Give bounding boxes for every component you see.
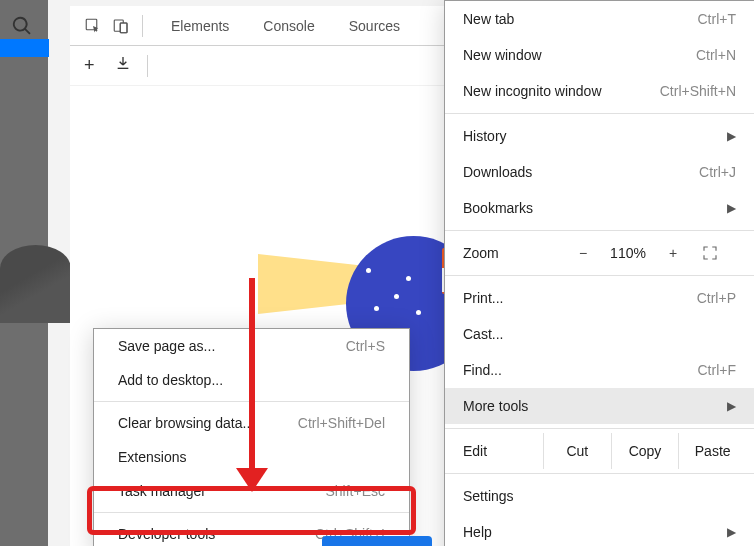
menu-shortcut: Ctrl+S bbox=[346, 338, 385, 354]
chevron-right-icon: ▶ bbox=[727, 399, 736, 413]
divider bbox=[142, 15, 143, 37]
fullscreen-icon[interactable] bbox=[701, 244, 719, 262]
menu-separator bbox=[445, 113, 754, 114]
menu-history[interactable]: History ▶ bbox=[445, 118, 754, 154]
submenu-extensions[interactable]: Extensions bbox=[94, 440, 409, 474]
menu-shortcut: Ctrl+P bbox=[697, 290, 736, 306]
menu-label: Help bbox=[463, 524, 492, 540]
menu-downloads[interactable]: Downloads Ctrl+J bbox=[445, 154, 754, 190]
menu-label: Bookmarks bbox=[463, 200, 533, 216]
menu-new-incognito[interactable]: New incognito window Ctrl+Shift+N bbox=[445, 73, 754, 109]
menu-label: New window bbox=[463, 47, 542, 63]
edit-paste[interactable]: Paste bbox=[678, 433, 746, 469]
more-tools-submenu: Save page as... Ctrl+S Add to desktop...… bbox=[93, 328, 410, 546]
menu-label: More tools bbox=[463, 398, 528, 414]
menu-label: Developer tools bbox=[118, 526, 215, 542]
main-menu: New tab Ctrl+T New window Ctrl+N New inc… bbox=[444, 0, 754, 546]
menu-shortcut: Shift+Esc bbox=[325, 483, 385, 499]
menu-label: History bbox=[463, 128, 507, 144]
chevron-right-icon: ▶ bbox=[727, 129, 736, 143]
menu-label: New incognito window bbox=[463, 83, 602, 99]
menu-separator bbox=[445, 473, 754, 474]
chevron-right-icon: ▶ bbox=[727, 201, 736, 215]
menu-new-tab[interactable]: New tab Ctrl+T bbox=[445, 1, 754, 37]
menu-separator bbox=[445, 230, 754, 231]
menu-settings[interactable]: Settings bbox=[445, 478, 754, 514]
edit-copy[interactable]: Copy bbox=[611, 433, 679, 469]
menu-print[interactable]: Print... Ctrl+P bbox=[445, 280, 754, 316]
menu-separator bbox=[445, 428, 754, 429]
zoom-in-button[interactable]: + bbox=[653, 245, 693, 261]
search-icon[interactable] bbox=[11, 15, 33, 37]
menu-label: Zoom bbox=[463, 245, 563, 261]
divider bbox=[147, 55, 148, 77]
menu-zoom: Zoom − 110% + bbox=[445, 235, 754, 271]
zoom-out-button[interactable]: − bbox=[563, 245, 603, 261]
menu-more-tools[interactable]: More tools ▶ bbox=[445, 388, 754, 424]
download-icon[interactable] bbox=[115, 55, 131, 76]
menu-cast[interactable]: Cast... bbox=[445, 316, 754, 352]
menu-label: Edit bbox=[463, 443, 543, 459]
tab-elements[interactable]: Elements bbox=[157, 6, 243, 46]
menu-label: Add to desktop... bbox=[118, 372, 223, 388]
submenu-add-desktop[interactable]: Add to desktop... bbox=[94, 363, 409, 397]
menu-shortcut: Ctrl+Shift+Del bbox=[298, 415, 385, 431]
menu-label: Extensions bbox=[118, 449, 186, 465]
menu-label: Cast... bbox=[463, 326, 503, 342]
menu-shortcut: Ctrl+Shift+N bbox=[660, 83, 736, 99]
chevron-right-icon: ▶ bbox=[727, 525, 736, 539]
edit-cut[interactable]: Cut bbox=[543, 433, 611, 469]
menu-shortcut: Ctrl+F bbox=[698, 362, 737, 378]
menu-new-window[interactable]: New window Ctrl+N bbox=[445, 37, 754, 73]
menu-label: Save page as... bbox=[118, 338, 215, 354]
plus-icon[interactable]: + bbox=[84, 55, 95, 76]
menu-label: New tab bbox=[463, 11, 514, 27]
menu-shortcut: Ctrl+T bbox=[698, 11, 737, 27]
submenu-save-page[interactable]: Save page as... Ctrl+S bbox=[94, 329, 409, 363]
menu-separator bbox=[445, 275, 754, 276]
menu-shortcut: Ctrl+N bbox=[696, 47, 736, 63]
menu-separator bbox=[94, 512, 409, 513]
menu-label: Find... bbox=[463, 362, 502, 378]
menu-label: Downloads bbox=[463, 164, 532, 180]
tab-console[interactable]: Console bbox=[249, 6, 328, 46]
menu-separator bbox=[94, 401, 409, 402]
device-toggle-icon[interactable] bbox=[110, 15, 132, 37]
partial-primary-button[interactable] bbox=[322, 536, 432, 546]
menu-label: Print... bbox=[463, 290, 503, 306]
submenu-task-manager[interactable]: Task manager Shift+Esc bbox=[94, 474, 409, 508]
menu-bookmarks[interactable]: Bookmarks ▶ bbox=[445, 190, 754, 226]
tab-sources[interactable]: Sources bbox=[335, 6, 414, 46]
menu-edit: Edit Cut Copy Paste bbox=[445, 433, 754, 469]
page-dark-sidebar bbox=[0, 0, 48, 546]
menu-shortcut: Ctrl+J bbox=[699, 164, 736, 180]
menu-label: Clear browsing data... bbox=[118, 415, 254, 431]
menu-label: Task manager bbox=[118, 483, 206, 499]
menu-help[interactable]: Help ▶ bbox=[445, 514, 754, 546]
svg-rect-2 bbox=[120, 23, 127, 33]
menu-find[interactable]: Find... Ctrl+F bbox=[445, 352, 754, 388]
zoom-value: 110% bbox=[603, 245, 653, 261]
submenu-clear-data[interactable]: Clear browsing data... Ctrl+Shift+Del bbox=[94, 406, 409, 440]
menu-label: Settings bbox=[463, 488, 514, 504]
inspect-icon[interactable] bbox=[82, 15, 104, 37]
